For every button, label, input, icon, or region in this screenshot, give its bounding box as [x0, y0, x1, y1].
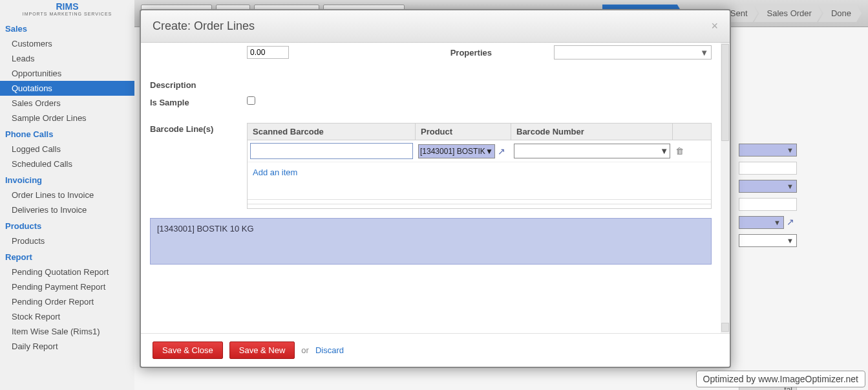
logo: RIMS IMPORTS MARKETING SERVICES [0, 1, 134, 20]
scrollbar-down-arrow[interactable] [721, 323, 729, 332]
save-close-button[interactable]: Save & Close [153, 341, 223, 359]
nav-item-stock-report[interactable]: Stock Report [0, 309, 134, 324]
save-new-button[interactable]: Save & New [229, 341, 295, 359]
nav-item-leads[interactable]: Leads [0, 51, 134, 66]
bg-right-fields: ▼ ▼ ▼↗ ▼ [739, 144, 797, 252]
nav-item-products[interactable]: Products [0, 233, 134, 248]
col-product: Product [416, 124, 511, 140]
bg-select-3[interactable]: ▼ [739, 216, 784, 229]
nav-item-customers[interactable]: Customers [0, 36, 134, 51]
modal-content: Properties ▼ Description Is Sample Barco… [141, 43, 721, 333]
nav-item-sample-order-lines[interactable]: Sample Order Lines [0, 111, 134, 125]
bg-input-2[interactable] [739, 198, 797, 211]
barcode-number-select[interactable]: ▼ [514, 144, 670, 158]
col-actions [673, 124, 711, 140]
external-link-icon[interactable]: ↗ [498, 146, 505, 157]
bg-input-1[interactable] [739, 162, 797, 175]
nav-item-pending-payment-report[interactable]: Pending Payment Report [0, 279, 134, 294]
modal-title: Create: Order Lines [153, 19, 255, 33]
nav-item-logged-calls[interactable]: Logged Calls [0, 142, 134, 157]
nav-item-opportunities[interactable]: Opportunities [0, 66, 134, 81]
order-lines-modal: Create: Order Lines × Properties ▼ Descr… [141, 10, 730, 367]
bg-select-4[interactable]: ▼ [739, 234, 797, 247]
or-text: or [301, 345, 309, 355]
watermark: Optimized by www.ImageOptimizer.net [696, 371, 865, 387]
hidden-label [150, 52, 247, 53]
nav-section-report[interactable]: Report [0, 248, 134, 265]
discard-link[interactable]: Discard [315, 345, 344, 355]
nav-item-item-wise-sale-(rims1)[interactable]: Item Wise Sale (Rims1) [0, 324, 134, 339]
col-scanned-barcode: Scanned Barcode [248, 124, 416, 140]
add-item-link[interactable]: Add an item [248, 162, 302, 182]
nav-section-products[interactable]: Products [0, 217, 134, 233]
modal-header: Create: Order Lines × [141, 10, 730, 43]
nav-item-quotations[interactable]: Quotations [0, 81, 134, 96]
is-sample-label: Is Sample [150, 96, 247, 107]
external-link-icon[interactable]: ↗ [787, 217, 794, 227]
modal-body: Properties ▼ Description Is Sample Barco… [141, 43, 730, 333]
selected-product-box[interactable]: [1343001] BOSTIK 10 KG [150, 218, 712, 265]
nav-item-daily-report[interactable]: Daily Report [0, 339, 134, 354]
nav-section-invoicing[interactable]: Invoicing [0, 171, 134, 188]
logo-name: RIMS [6, 1, 128, 12]
divider [248, 204, 711, 204]
barcode-table-header: Scanned Barcode Product Barcode Number [248, 124, 711, 140]
properties-label: Properties [450, 48, 492, 58]
bg-select-2[interactable]: ▼ [739, 180, 797, 193]
scanned-barcode-input[interactable] [250, 143, 413, 159]
nav-item-order-lines-to-invoice[interactable]: Order Lines to Invoice [0, 188, 134, 202]
logo-sub: IMPORTS MARKETING SERVICES [6, 12, 128, 16]
nav-section-sales[interactable]: Sales [0, 20, 134, 36]
properties-select[interactable]: ▼ [554, 45, 712, 60]
bg-select-1[interactable]: ▼ [739, 144, 797, 157]
status-step-done[interactable]: Done [818, 5, 862, 22]
divider [248, 199, 711, 200]
product-select[interactable]: [1343001] BOSTIK▼ [418, 144, 495, 158]
trash-icon[interactable]: 🗑 [675, 146, 684, 156]
numeric-input[interactable] [247, 46, 289, 59]
description-label: Description [150, 79, 247, 90]
barcode-table: Scanned Barcode Product Barcode Number [… [247, 123, 712, 209]
nav-item-pending-quotation-report[interactable]: Pending Quotation Report [0, 265, 134, 279]
nav-item-sales-orders[interactable]: Sales Orders [0, 96, 134, 111]
barcode-lines-label: Barcode Line(s) [150, 123, 247, 134]
nav-item-deliveries-to-invoice[interactable]: Deliveries to Invoice [0, 202, 134, 217]
nav-section-phone-calls[interactable]: Phone Calls [0, 125, 134, 142]
scrollbar[interactable] [721, 43, 730, 333]
modal-overlay: Create: Order Lines × Properties ▼ Descr… [140, 9, 731, 368]
nav-item-scheduled-calls[interactable]: Scheduled Calls [0, 157, 134, 171]
is-sample-checkbox[interactable] [247, 96, 255, 105]
close-icon[interactable]: × [711, 19, 718, 33]
nav-item-pending-order-report[interactable]: Pending Order Report [0, 294, 134, 309]
modal-footer: Save & Close Save & New or Discard [141, 333, 730, 367]
col-barcode-number: Barcode Number [511, 124, 673, 140]
scrollbar-thumb[interactable] [721, 44, 729, 141]
table-row: [1343001] BOSTIK▼ ↗ ▼ 🗑 [248, 140, 711, 162]
sidebar: RIMS IMPORTS MARKETING SERVICES SalesCus… [0, 0, 134, 390]
status-step-sales-order[interactable]: Sales Order [754, 5, 822, 22]
